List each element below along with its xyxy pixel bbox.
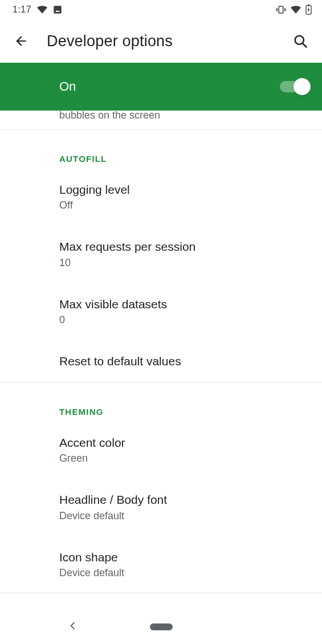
partial-setting-subtitle: bubbles on the screen (0, 111, 322, 129)
setting-logging-level[interactable]: Logging level Off (0, 168, 322, 225)
setting-title: Logging level (59, 182, 308, 197)
setting-icon-shape[interactable]: Icon shape Device default (0, 536, 322, 593)
switch-thumb (294, 78, 311, 95)
setting-max-requests[interactable]: Max requests per session 10 (0, 225, 322, 282)
setting-title: Max requests per session (59, 239, 308, 254)
nav-back-button[interactable] (68, 621, 78, 633)
back-button[interactable] (9, 29, 33, 53)
app-bar: Developer options (0, 19, 322, 63)
setting-title: Max visible datasets (59, 296, 308, 312)
settings-scroll-area[interactable]: bubbles on the screen Autofill Logging l… (0, 111, 322, 593)
setting-value: 0 (59, 314, 308, 326)
setting-title: Reset to default values (59, 353, 308, 369)
status-time: 1:17 (13, 5, 31, 15)
setting-title: Accent color (59, 435, 308, 450)
setting-value: Green (59, 453, 308, 464)
setting-reset-defaults[interactable]: Reset to default values (0, 340, 322, 382)
wifi-icon (37, 6, 47, 14)
master-switch-label: On (59, 79, 76, 94)
page-title: Developer options (47, 32, 288, 50)
setting-title: Icon shape (59, 549, 308, 565)
battery-icon (305, 5, 312, 15)
picture-icon (53, 5, 62, 14)
wifi-icon-right (291, 6, 301, 14)
setting-value: Device default (59, 567, 308, 579)
section-header-autofill: Autofill (0, 130, 322, 168)
svg-rect-3 (308, 5, 310, 6)
nav-home-pill[interactable] (150, 623, 173, 630)
setting-title: Headline / Body font (59, 492, 308, 507)
status-bar: 1:17 (0, 0, 322, 19)
search-button[interactable] (288, 28, 313, 54)
setting-max-datasets[interactable]: Max visible datasets 0 (0, 283, 322, 340)
svg-rect-1 (279, 6, 283, 13)
setting-headline-font[interactable]: Headline / Body font Device default (0, 478, 322, 535)
setting-value: Off (59, 199, 308, 211)
setting-accent-color[interactable]: Accent color Green (0, 421, 322, 478)
master-switch-toggle[interactable] (280, 81, 307, 92)
setting-value: 10 (59, 257, 308, 269)
master-switch-row[interactable]: On (0, 63, 322, 111)
svg-rect-0 (54, 6, 61, 13)
divider (0, 593, 322, 593)
navigation-bar (0, 610, 322, 644)
setting-value: Device default (59, 510, 308, 522)
section-header-theming: Theming (0, 383, 322, 421)
vibrate-icon (276, 6, 286, 14)
